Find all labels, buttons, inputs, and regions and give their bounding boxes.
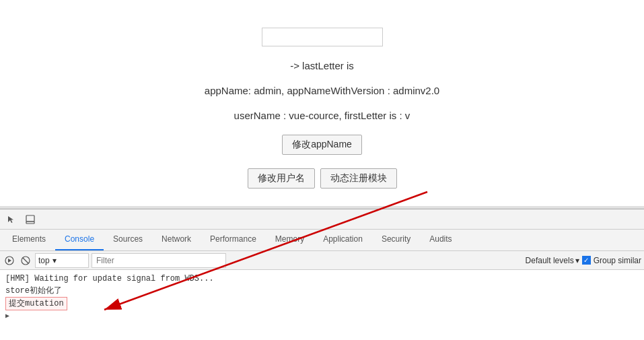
drawer-icon[interactable] — [22, 211, 39, 228]
input-box[interactable] — [262, 28, 383, 46]
arrow-text: -> lastLetter is — [290, 60, 354, 71]
levels-dropdown[interactable]: Default levels ▾ — [526, 256, 579, 265]
modify-appname-button[interactable]: 修改appName — [282, 135, 362, 155]
tab-application[interactable]: Application — [314, 229, 372, 250]
svg-rect-0 — [26, 215, 34, 222]
levels-chevron-icon: ▾ — [575, 256, 579, 265]
svg-line-5 — [23, 258, 28, 263]
play-button[interactable] — [3, 254, 16, 267]
devtools-panel: Elements Console Sources Network Perform… — [0, 209, 644, 340]
console-line-mutation: 提交mutation — [9, 298, 64, 310]
tab-memory[interactable]: Memory — [266, 229, 314, 250]
svg-rect-1 — [26, 222, 34, 224]
button-row: 修改用户名 动态注册模块 — [248, 168, 397, 189]
filter-input[interactable] — [92, 253, 226, 268]
modify-username-button[interactable]: 修改用户名 — [248, 168, 315, 189]
svg-marker-3 — [8, 259, 11, 263]
console-output: [HMR] Waiting for update signal from WDS… — [0, 270, 644, 340]
dynamic-register-button[interactable]: 动态注册模块 — [320, 168, 397, 189]
default-levels-control: Default levels ▾ Group similar — [526, 256, 641, 265]
tab-audits[interactable]: Audits — [420, 229, 461, 250]
devtools-tabs: Elements Console Sources Network Perform… — [0, 230, 644, 251]
top-selector[interactable]: top ▾ — [35, 253, 89, 268]
group-similar-checkbox[interactable] — [582, 256, 591, 265]
cursor-icon[interactable] — [3, 211, 20, 228]
console-expand-arrow[interactable] — [5, 310, 639, 321]
tab-elements[interactable]: Elements — [3, 229, 55, 250]
tab-sources[interactable]: Sources — [104, 229, 152, 250]
tab-network[interactable]: Network — [152, 229, 201, 250]
app-info-text: appName: admin, appNameWithVersion : adm… — [205, 85, 439, 96]
chevron-down-icon: ▾ — [52, 256, 57, 265]
devtools-icon-bar — [0, 209, 644, 230]
tab-security[interactable]: Security — [372, 229, 420, 250]
console-toolbar: top ▾ Default levels ▾ Group similar — [0, 251, 644, 270]
console-line-store: store初始化了 — [5, 285, 639, 297]
user-info-text: userName : vue-cource, firstLetter is : … — [234, 110, 410, 121]
tab-performance[interactable]: Performance — [201, 229, 266, 250]
block-button[interactable] — [19, 254, 32, 267]
main-content: -> lastLetter is appName: admin, appName… — [0, 0, 644, 215]
tab-console[interactable]: Console — [55, 229, 104, 250]
console-line-hmr: [HMR] Waiting for update signal from WDS… — [5, 273, 639, 285]
